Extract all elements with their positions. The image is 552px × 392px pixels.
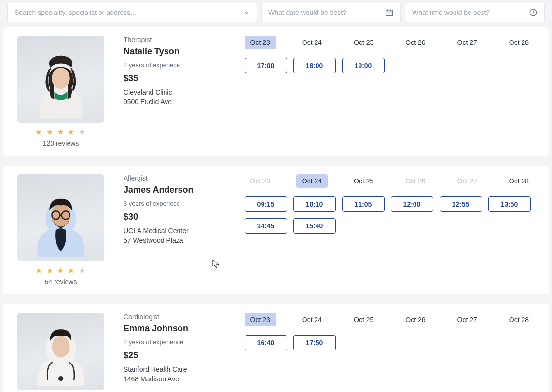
time-slot[interactable]: 17:50	[293, 335, 336, 350]
price: $25	[124, 350, 196, 361]
time-slot[interactable]: 12:55	[440, 196, 482, 212]
time-slot[interactable]: 17:00	[245, 58, 287, 73]
clinic: Cleveland Clinic	[124, 88, 196, 96]
time-slot[interactable]: 10:10	[293, 196, 336, 212]
date-search[interactable]: What date would be best?	[261, 3, 401, 22]
date-chip[interactable]: Oct 27	[452, 36, 483, 49]
date-chip[interactable]: Oct 28	[503, 174, 535, 188]
date-chip[interactable]: Oct 25	[348, 174, 379, 188]
speciality: Allergist	[124, 174, 196, 182]
search-bar: Search speciality, specialist or address…	[0, 0, 552, 27]
time-slot[interactable]: 18:00	[293, 58, 336, 73]
price: $30	[124, 212, 196, 222]
speciality: Cardiologist	[124, 313, 196, 321]
clock-icon	[529, 8, 538, 17]
date-chip[interactable]: Oct 25	[348, 313, 379, 326]
time-slot[interactable]: 16:40	[245, 335, 287, 350]
star-rating: ★ ★ ★ ★ ★	[35, 266, 86, 275]
date-chip[interactable]: Oct 27	[452, 313, 483, 326]
date-chip[interactable]: Oct 23	[245, 313, 276, 326]
time-slots: 17:00 18:00 19:00	[245, 58, 535, 73]
date-chip[interactable]: Oct 28	[503, 36, 535, 49]
divider	[262, 174, 262, 279]
divider	[262, 313, 262, 390]
speciality: Therapist	[124, 36, 196, 43]
reviews-count: 120 reviews	[43, 140, 79, 147]
date-chip: Oct 23	[245, 174, 276, 188]
svg-point-5	[52, 68, 69, 89]
date-chip[interactable]: Oct 26	[400, 36, 431, 49]
svg-rect-0	[386, 10, 393, 16]
date-chip[interactable]: Oct 24	[296, 36, 328, 49]
time-slot[interactable]: 12:00	[391, 196, 433, 212]
time-slot[interactable]: 11:05	[342, 196, 385, 212]
time-slot[interactable]: 15:40	[293, 218, 336, 234]
svg-point-10	[52, 336, 69, 357]
date-chip: Oct 26	[400, 174, 431, 188]
address: 1468 Madison Ave	[124, 375, 196, 383]
experience: 3 years of experiece	[124, 200, 196, 207]
date-chip[interactable]: Oct 26	[400, 313, 431, 326]
address: 57 Westwood Plaza	[124, 237, 196, 244]
date-placeholder: What date would be best?	[268, 9, 346, 16]
date-chip: Oct 27	[452, 174, 483, 188]
date-tabs: Oct 23 Oct 24 Oct 25 Oct 26 Oct 27 Oct 2…	[245, 36, 535, 49]
speciality-placeholder: Search speciality, specialist or address…	[14, 9, 136, 16]
time-slot[interactable]: 09:15	[245, 196, 287, 212]
address: 9500 Euclid Ave	[124, 98, 196, 106]
time-placeholder: What time would be best?	[412, 9, 490, 16]
doctor-name: Emma Johnson	[124, 323, 196, 334]
avatar	[17, 36, 104, 123]
experience: 2 years of experience	[124, 338, 196, 346]
date-tabs: Oct 23 Oct 24 Oct 25 Oct 26 Oct 27 Oct 2…	[245, 313, 535, 326]
avatar	[17, 313, 104, 390]
divider	[262, 36, 262, 140]
experience: 2 years of experiece	[124, 61, 196, 69]
star-rating: ★ ★ ★ ★ ★	[35, 127, 86, 137]
time-slots: 16:40 17:50	[245, 335, 535, 350]
time-slot[interactable]: 19:00	[342, 58, 385, 73]
date-chip[interactable]: Oct 28	[503, 313, 535, 326]
price: $35	[124, 73, 196, 84]
doctor-name: Natalie Tyson	[124, 46, 196, 56]
time-slot[interactable]: 14:45	[245, 218, 287, 234]
speciality-search[interactable]: Search speciality, specialist or address…	[7, 3, 257, 22]
avatar	[17, 174, 104, 261]
date-chip[interactable]: Oct 24	[296, 174, 328, 188]
clinic: UCLA Medical Center	[124, 227, 196, 235]
time-slots: 09:15 10:10 11:05 12:00 12:55 13:50 14:4…	[245, 196, 535, 234]
doctor-card: ★ ★ ★ ★ ★ 120 reviews Therapist Natalie …	[3, 27, 549, 156]
doctor-card: Cardiologist Emma Johnson 2 years of exp…	[3, 304, 549, 392]
calendar-icon	[385, 8, 394, 17]
reviews-count: 64 reviews	[45, 278, 77, 286]
date-chip[interactable]: Oct 23	[245, 36, 276, 49]
time-slot[interactable]: 13:50	[488, 196, 531, 212]
doctor-name: James Anderson	[124, 185, 196, 195]
svg-point-11	[58, 376, 63, 381]
date-chip[interactable]: Oct 25	[348, 36, 379, 49]
clinic: Stanford Health Care	[124, 365, 196, 373]
time-search[interactable]: What time would be best?	[405, 3, 545, 22]
date-tabs: Oct 23 Oct 24 Oct 25 Oct 26 Oct 27 Oct 2…	[245, 174, 535, 188]
date-chip[interactable]: Oct 24	[296, 313, 328, 326]
doctor-card: ★ ★ ★ ★ ★ 64 reviews Allergist James And…	[3, 166, 549, 294]
cursor-icon	[212, 259, 220, 271]
chevron-down-icon	[243, 9, 250, 16]
